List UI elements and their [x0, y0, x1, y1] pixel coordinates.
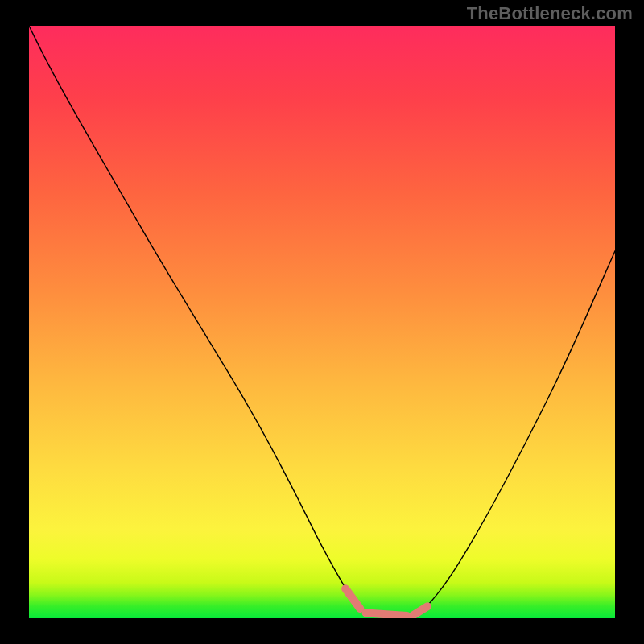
chart-container: TheBottleneck.com	[0, 0, 644, 644]
highlight-segment-left	[345, 588, 360, 609]
bottleneck-curve-line	[29, 26, 615, 616]
chart-svg	[29, 26, 615, 618]
highlight-segment-flat	[366, 613, 407, 616]
plot-area	[29, 26, 615, 618]
highlight-segment-right	[413, 606, 427, 615]
watermark-text: TheBottleneck.com	[467, 3, 633, 24]
